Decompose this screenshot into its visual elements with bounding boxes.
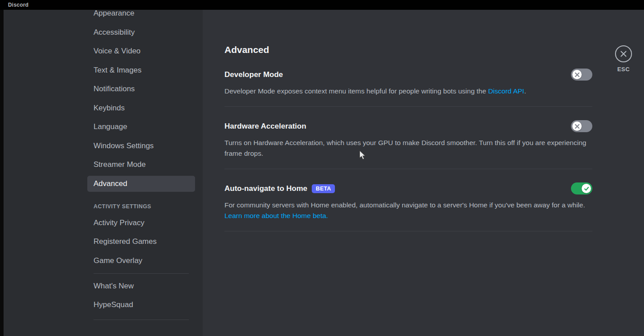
toggle-knob [572, 70, 582, 79]
app-title: Discord [8, 2, 29, 8]
window-left-edge [0, 10, 4, 336]
sidebar-item-keybinds[interactable]: Keybinds [87, 100, 195, 116]
sidebar-item-hypesquad[interactable]: HypeSquad [87, 297, 195, 313]
sidebar-item-text-images[interactable]: Text & Images [87, 62, 195, 78]
discord-api-link[interactable]: Discord API [488, 87, 524, 95]
setting-title-group: Auto-navigate to Home BETA [224, 183, 335, 194]
esc-label: ESC [617, 66, 630, 73]
sidebar-item-label: Advanced [94, 179, 127, 188]
sidebar-item-label: Appearance [94, 10, 135, 18]
hardware-acceleration-toggle[interactable] [571, 120, 592, 132]
sidebar-item-activity-privacy[interactable]: Activity Privacy [87, 215, 195, 231]
activity-settings-section-header: ACTIVITY SETTINGS [87, 203, 195, 210]
settings-nav: Appearance Accessibility Voice & Video T… [87, 10, 195, 320]
setting-auto-navigate-home: Auto-navigate to Home BETA For community… [224, 182, 592, 231]
sidebar-item-label: Voice & Video [94, 47, 141, 56]
sidebar-item-windows-settings[interactable]: Windows Settings [87, 138, 195, 154]
sidebar-item-notifications[interactable]: Notifications [87, 81, 195, 97]
settings-overlay: Appearance Accessibility Voice & Video T… [0, 10, 644, 336]
setting-title-group: Developer Mode [224, 69, 283, 81]
home-beta-link[interactable]: Learn more about the Home beta. [224, 212, 328, 219]
setting-title-group: Hardware Acceleration [224, 121, 306, 132]
toggle-off-x-icon [575, 124, 580, 129]
settings-sidebar: Appearance Accessibility Voice & Video T… [4, 10, 203, 336]
sidebar-item-label: Registered Games [94, 237, 157, 246]
discord-settings-window: Discord Appearance Accessibility Voice &… [0, 0, 644, 336]
sidebar-divider-bottom [94, 320, 189, 320]
section-divider [224, 106, 592, 107]
sidebar-item-label: HypeSquad [94, 300, 133, 309]
setting-title: Hardware Acceleration [224, 121, 306, 132]
setting-title: Auto-navigate to Home [224, 183, 307, 194]
sidebar-item-language[interactable]: Language [87, 119, 195, 135]
close-button[interactable] [615, 45, 632, 62]
close-control: ESC [614, 45, 633, 73]
sidebar-item-streamer-mode[interactable]: Streamer Mode [87, 157, 195, 173]
description-text: Turns on Hardware Acceleration, which us… [224, 139, 586, 157]
sidebar-item-registered-games[interactable]: Registered Games [87, 234, 195, 250]
section-divider [224, 169, 592, 169]
sidebar-item-label: Game Overlay [94, 256, 143, 265]
setting-description: Turns on Hardware Acceleration, which us… [224, 138, 592, 159]
setting-hardware-acceleration: Hardware Acceleration Turns on Hardware … [224, 120, 592, 169]
auto-navigate-home-toggle[interactable] [571, 182, 592, 194]
toggle-knob [572, 121, 582, 131]
toggle-off-x-icon [575, 72, 580, 77]
titlebar[interactable]: Discord [0, 0, 644, 10]
sidebar-item-label: Accessibility [94, 28, 135, 37]
setting-header-row: Hardware Acceleration [224, 120, 592, 132]
sidebar-item-voice-video[interactable]: Voice & Video [87, 43, 195, 59]
developer-mode-toggle[interactable] [571, 69, 592, 81]
setting-description: For community servers with Home enabled,… [224, 200, 592, 221]
setting-developer-mode: Developer Mode Developer Mode exposes co… [224, 69, 592, 107]
section-divider [224, 231, 592, 231]
sidebar-item-whats-new[interactable]: What's New [87, 278, 195, 294]
page-title: Advanced [224, 45, 592, 55]
toggle-knob [582, 184, 591, 193]
sidebar-item-label: Streamer Mode [94, 160, 146, 169]
beta-badge: BETA [312, 184, 335, 193]
sidebar-item-label: Language [94, 122, 127, 131]
sidebar-item-label: What's New [94, 282, 134, 291]
close-icon [620, 50, 628, 58]
sidebar-item-game-overlay[interactable]: Game Overlay [87, 253, 195, 269]
sidebar-item-label: Activity Privacy [94, 219, 144, 227]
setting-title: Developer Mode [224, 69, 283, 81]
toggle-on-check-icon [584, 186, 589, 191]
setting-description: Developer Mode exposes context menu item… [224, 86, 592, 97]
sidebar-item-advanced[interactable]: Advanced [87, 176, 195, 192]
sidebar-item-label: Windows Settings [94, 142, 154, 150]
sidebar-item-appearance[interactable]: Appearance [87, 10, 195, 21]
description-text-after: . [524, 87, 526, 95]
sidebar-item-label: Notifications [94, 85, 135, 93]
settings-content: Advanced Developer Mode [203, 10, 644, 336]
sidebar-item-label: Keybinds [94, 104, 125, 113]
setting-header-row: Auto-navigate to Home BETA [224, 182, 592, 194]
setting-header-row: Developer Mode [224, 69, 592, 81]
advanced-settings-panel: Advanced Developer Mode [203, 10, 592, 231]
sidebar-item-accessibility[interactable]: Accessibility [87, 24, 195, 40]
sidebar-divider [94, 273, 189, 274]
sidebar-item-label: Text & Images [94, 66, 142, 75]
description-text: For community servers with Home enabled,… [224, 201, 585, 209]
description-text: Developer Mode exposes context menu item… [224, 87, 488, 95]
